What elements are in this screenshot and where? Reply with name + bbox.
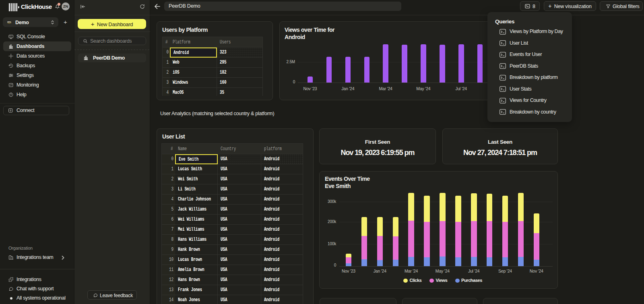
svg-text:aws: aws [7,21,11,23]
